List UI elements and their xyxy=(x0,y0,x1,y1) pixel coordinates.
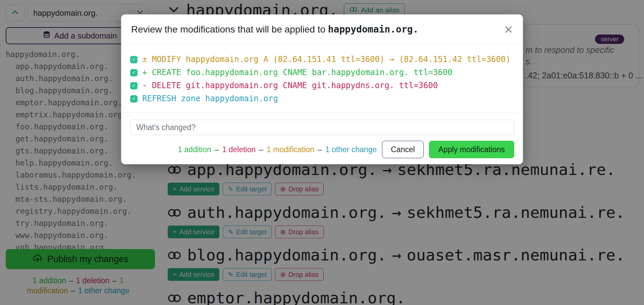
page: happydomain.org. Add a subdomain happydo… xyxy=(0,0,644,305)
modification-list: ✓ ± MODIFY happydomain.org A (82.64.151.… xyxy=(121,45,523,113)
other-changes-count: 1 other change xyxy=(325,145,377,154)
modifications-count: 1 modification xyxy=(267,145,314,154)
summary-dash: – xyxy=(214,145,220,154)
modification-row: ✓ ± MODIFY happydomain.org A (82.64.151.… xyxy=(130,53,513,66)
change-comment-input[interactable] xyxy=(130,120,514,135)
modification-row: ✓ - DELETE git.happydomain.org CNAME git… xyxy=(130,79,513,92)
modal-header: Review the modifications that will be ap… xyxy=(121,14,523,45)
modification-text: + CREATE foo.happydomain.org CNAME bar.h… xyxy=(142,66,452,79)
modal-title-domain: happydomain.org. xyxy=(328,24,419,35)
apply-modifications-button[interactable]: Apply modifications xyxy=(429,141,514,158)
summary-dash: – xyxy=(258,145,264,154)
cancel-button[interactable]: Cancel xyxy=(382,141,424,158)
modification-text: REFRESH zone happydomain.org xyxy=(142,92,278,105)
deletions-count: 1 deletion xyxy=(222,145,256,154)
modal-title-text: Review the modifications that will be ap… xyxy=(131,24,328,35)
modal-footer: 1 addition – 1 deletion – 1 modification… xyxy=(121,135,523,164)
modal-title: Review the modifications that will be ap… xyxy=(131,24,418,35)
modification-checkbox[interactable]: ✓ xyxy=(130,56,138,63)
additions-count: 1 addition xyxy=(178,145,211,154)
modal-changes-summary: 1 addition – 1 deletion – 1 modification… xyxy=(178,145,377,154)
close-icon[interactable]: × xyxy=(504,22,513,37)
summary-dash: – xyxy=(317,145,323,154)
comment-section xyxy=(121,113,523,135)
modification-checkbox[interactable]: ✓ xyxy=(130,95,138,103)
modification-row: ✓ + CREATE foo.happydomain.org CNAME bar… xyxy=(130,66,513,79)
modification-row: ✓ REFRESH zone happydomain.org xyxy=(130,92,513,105)
modification-text: ± MODIFY happydomain.org A (82.64.151.41… xyxy=(142,53,511,66)
modification-checkbox[interactable]: ✓ xyxy=(130,69,138,76)
modification-text: - DELETE git.happydomain.org CNAME git.h… xyxy=(142,79,438,92)
review-modifications-modal: Review the modifications that will be ap… xyxy=(121,14,523,164)
modification-checkbox[interactable]: ✓ xyxy=(130,82,138,89)
